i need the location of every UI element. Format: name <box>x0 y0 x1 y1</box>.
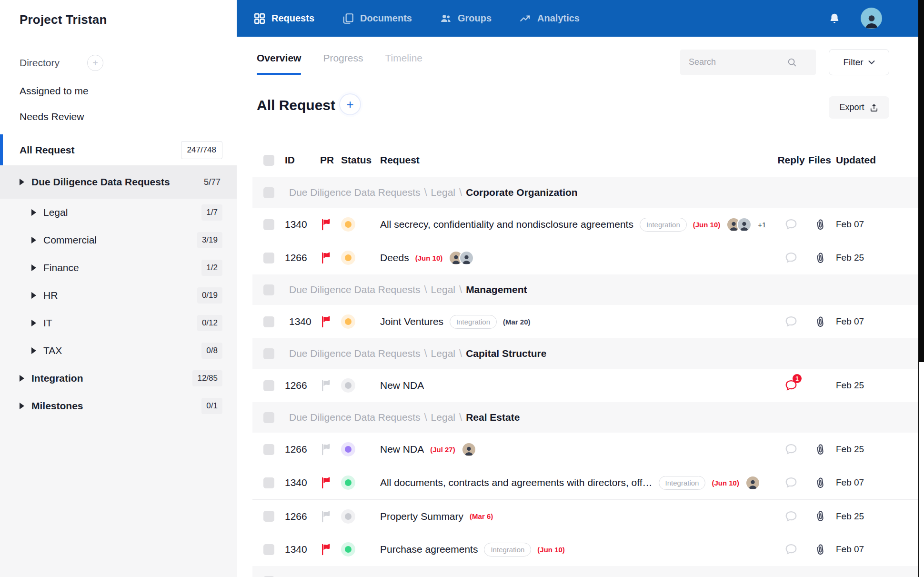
request-row[interactable]: 1340 Joint Ventures Integration (Mar 20)… <box>252 305 918 338</box>
row-checkbox[interactable] <box>263 316 274 327</box>
tab-timeline[interactable]: Timeline <box>385 52 422 75</box>
caret-right-icon[interactable] <box>20 179 24 185</box>
main-content: OverviewProgressTimeline Filter All Requ… <box>237 37 918 577</box>
request-row[interactable]: 1266 Deeds (Jun 10) Feb 25 <box>252 241 918 274</box>
request-row[interactable]: 1340 All documents, contracts and agreem… <box>252 466 918 499</box>
sidebar-item-needs-review[interactable]: Needs Review <box>20 111 237 122</box>
request-row[interactable]: 1266 Property Summary (Mar 6) Feb 25 <box>252 499 918 533</box>
flag-icon[interactable] <box>320 510 331 523</box>
breadcrumb-separator: \ <box>459 186 462 199</box>
filter-button[interactable]: Filter <box>829 49 889 75</box>
paperclip-icon[interactable] <box>813 542 827 557</box>
flag-icon[interactable] <box>320 443 331 456</box>
nav-item-documents[interactable]: Documents <box>342 12 412 25</box>
export-button[interactable]: Export <box>829 96 889 119</box>
row-checkbox[interactable] <box>263 187 274 198</box>
sidebar-item-legal[interactable]: Legal1/7 <box>0 199 237 226</box>
caret-right-icon[interactable] <box>31 320 36 326</box>
tree-label: Integration <box>31 373 83 384</box>
comment-icon[interactable] <box>784 476 798 490</box>
paperclip-icon[interactable] <box>813 314 827 329</box>
row-checkbox[interactable] <box>263 477 274 488</box>
scrollbar[interactable] <box>918 0 924 577</box>
paperclip-icon[interactable] <box>813 442 827 456</box>
row-checkbox[interactable] <box>263 380 274 391</box>
bell-icon[interactable] <box>828 12 841 25</box>
caret-right-icon[interactable] <box>31 209 36 216</box>
grid-icon <box>253 12 266 25</box>
avatar-overflow-count: +1 <box>758 221 766 229</box>
select-all-checkbox[interactable] <box>263 155 274 166</box>
flag-icon[interactable] <box>320 476 331 489</box>
caret-right-icon[interactable] <box>31 292 36 299</box>
tree-label: TAX <box>43 345 62 356</box>
comment-icon[interactable] <box>784 314 798 329</box>
request-row[interactable]: 1266 New NDA (Jul 27) Feb 25 <box>252 433 918 466</box>
comment-icon[interactable] <box>784 509 798 524</box>
caret-right-icon[interactable] <box>20 375 24 382</box>
row-checkbox[interactable] <box>263 544 274 555</box>
status-dot <box>341 217 355 232</box>
sidebar-item-due-diligence-data-requests[interactable]: Due Diligence Data Requests5/77 <box>0 165 237 199</box>
request-row[interactable]: 1266 New NDA 1 Feb 25 <box>252 369 918 402</box>
row-checkbox[interactable] <box>263 284 274 295</box>
search-input[interactable] <box>680 57 785 67</box>
add-request-button[interactable]: + <box>339 93 361 115</box>
flag-icon[interactable] <box>320 218 331 231</box>
due-date: (Jun 10) <box>415 254 443 262</box>
sidebar-item-commercial[interactable]: Commercial3/19 <box>0 226 237 254</box>
tab-progress[interactable]: Progress <box>323 52 363 75</box>
comment-icon[interactable] <box>784 542 798 557</box>
sidebar-item-all-request[interactable]: All Request 247/748 <box>0 134 237 165</box>
comment-icon[interactable] <box>784 217 798 232</box>
tree-count: 1/2 <box>201 260 222 276</box>
row-checkbox[interactable] <box>263 412 274 423</box>
comment-icon[interactable]: 1 <box>784 378 798 393</box>
sidebar-item-hr[interactable]: HR0/19 <box>0 282 237 309</box>
caret-right-icon[interactable] <box>31 264 36 271</box>
sidebar-item-assigned-to-me[interactable]: Assigned to me <box>20 85 237 97</box>
all-request-label: All Request <box>20 144 75 156</box>
updated-date: Feb 25 <box>831 380 918 391</box>
nav-item-analytics[interactable]: Analytics <box>519 12 580 25</box>
sidebar-item-it[interactable]: IT0/12 <box>0 309 237 337</box>
chevron-down-icon <box>868 59 875 66</box>
paperclip-icon[interactable] <box>813 217 827 232</box>
scrollbar-thumb[interactable] <box>918 0 924 362</box>
caret-right-icon[interactable] <box>20 403 24 409</box>
user-avatar[interactable] <box>861 8 882 29</box>
analytics-icon <box>519 12 532 25</box>
paperclip-icon[interactable] <box>813 251 827 265</box>
row-checkbox[interactable] <box>263 348 274 359</box>
sidebar-item-milestones[interactable]: Milestones0/1 <box>0 392 237 420</box>
flag-icon[interactable] <box>320 252 331 264</box>
row-checkbox[interactable] <box>263 511 274 522</box>
sidebar-item-integration[interactable]: Integration12/85 <box>0 364 237 392</box>
comment-icon[interactable] <box>784 442 798 456</box>
request-id: 1266 <box>285 444 319 455</box>
request-row[interactable]: 1340 Purchase agreements Integration (Ju… <box>252 533 918 566</box>
row-checkbox[interactable] <box>263 253 274 263</box>
comment-icon[interactable] <box>784 251 798 265</box>
nav-item-groups[interactable]: Groups <box>440 12 492 25</box>
row-checkbox[interactable] <box>263 444 274 455</box>
row-checkbox[interactable] <box>263 219 274 230</box>
search-icon[interactable] <box>787 57 797 68</box>
request-row[interactable]: 1340 All secrecy, confidentiality and no… <box>252 208 918 241</box>
flag-icon[interactable] <box>320 543 331 556</box>
flag-icon[interactable] <box>320 315 331 328</box>
paperclip-icon[interactable] <box>813 476 827 490</box>
request-id: 1266 <box>285 380 319 391</box>
nav-item-requests[interactable]: Requests <box>253 12 314 25</box>
breadcrumb-segment: Due Diligence Data Requests <box>289 284 420 295</box>
flag-icon[interactable] <box>320 379 331 392</box>
tab-overview[interactable]: Overview <box>257 52 301 75</box>
request-title: New NDA <box>380 380 424 391</box>
sidebar-item-tax[interactable]: TAX0/8 <box>0 337 237 364</box>
due-date: (Jun 10) <box>537 546 565 554</box>
add-directory-icon[interactable]: + <box>87 55 103 71</box>
paperclip-icon[interactable] <box>813 509 827 523</box>
sidebar-item-finance[interactable]: Finance1/2 <box>0 254 237 282</box>
caret-right-icon[interactable] <box>31 237 36 243</box>
caret-right-icon[interactable] <box>31 347 36 354</box>
